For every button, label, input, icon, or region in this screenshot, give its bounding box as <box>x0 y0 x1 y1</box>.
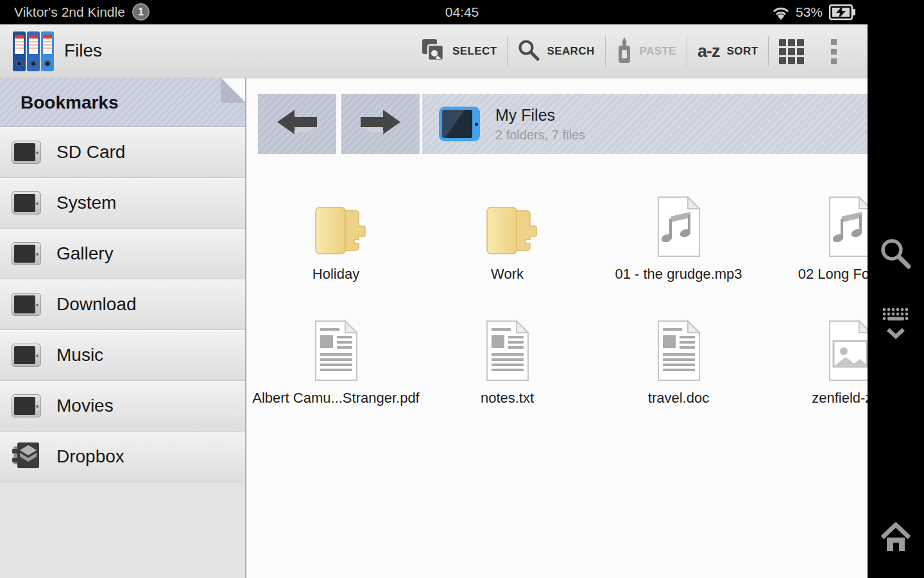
blue-tablet-icon <box>439 107 480 141</box>
sort-button[interactable]: a-z SORT <box>687 24 768 78</box>
az-sort-icon: a-z <box>697 42 720 62</box>
sidebar-item-label: Movies <box>56 396 114 416</box>
grid-view-icon <box>779 39 804 64</box>
sidebar-item-label: Dropbox <box>56 446 124 467</box>
tablet-icon <box>12 344 41 367</box>
multi-select-icon <box>421 38 445 65</box>
document-file-icon <box>311 318 362 382</box>
tablet-icon <box>12 394 41 417</box>
file-item-folder[interactable]: Holiday <box>250 181 422 305</box>
forward-button[interactable] <box>341 94 420 154</box>
file-name: travel.doc <box>648 390 709 407</box>
arrow-left-icon <box>275 108 320 140</box>
binder <box>41 31 54 71</box>
binder <box>27 31 40 71</box>
binder <box>13 31 26 71</box>
file-item-document[interactable]: Albert Camu...Stranger.pdf <box>250 305 422 429</box>
paste-button[interactable]: PASTE <box>606 24 687 78</box>
screen: Viktor's 2nd Kindle 1 04:45 53% <box>0 0 924 578</box>
file-browser-content: My Files 2 folders, 7 files Holiday <box>246 78 868 578</box>
magnifier-icon <box>518 39 540 64</box>
toolbar: Files SELECT <box>0 24 868 78</box>
file-item-document[interactable]: notes.txt <box>422 305 593 429</box>
folder-icon <box>477 194 538 258</box>
document-file-icon <box>482 318 533 382</box>
back-button[interactable] <box>258 94 336 154</box>
status-bar: Viktor's 2nd Kindle 1 04:45 53% <box>0 0 924 24</box>
sort-label: SORT <box>727 45 758 58</box>
keyboard-hide-icon <box>880 307 911 339</box>
dropbox-icon <box>12 442 41 471</box>
file-name: notes.txt <box>481 390 534 407</box>
wifi-icon <box>771 5 791 23</box>
battery-charging-icon <box>829 4 856 23</box>
file-item-folder[interactable]: Work <box>422 181 593 305</box>
file-item-document[interactable]: travel.doc <box>593 305 764 429</box>
sidebar-item-dropbox[interactable]: Dropbox <box>0 432 245 482</box>
search-button[interactable]: SEARCH <box>508 24 604 78</box>
sidebar-item-download[interactable]: Download <box>0 279 245 330</box>
bookmarks-sidebar: Bookmarks SD Card System Gallery Downloa… <box>0 78 246 578</box>
location-summary: 2 folders, 7 files <box>495 128 585 143</box>
binders-icon <box>13 31 58 71</box>
home-button[interactable] <box>868 521 924 556</box>
bookmarks-header: Bookmarks <box>0 78 245 127</box>
select-button[interactable]: SELECT <box>411 24 507 78</box>
battery-percent: 53% <box>796 4 823 20</box>
file-name: Albert Camu...Stranger.pdf <box>252 390 419 407</box>
sidebar-item-movies[interactable]: Movies <box>0 381 245 432</box>
location-bar[interactable]: My Files 2 folders, 7 files <box>422 94 868 154</box>
toolbar-actions: SELECT SEARCH <box>411 24 853 78</box>
tablet-icon <box>12 191 41 215</box>
magnifier-icon <box>878 236 913 274</box>
app-title: Files <box>64 40 102 61</box>
document-file-icon <box>653 318 705 382</box>
sidebar-item-label: System <box>56 193 116 213</box>
overflow-menu-icon <box>825 39 843 64</box>
system-side-panel <box>868 0 924 578</box>
sidebar-item-sd-card[interactable]: SD Card <box>0 127 245 178</box>
file-item-audio[interactable]: 01 - the grudge.mp3 <box>593 181 764 305</box>
sidebar-item-system[interactable]: System <box>0 178 245 229</box>
home-icon <box>879 521 912 556</box>
glue-bottle-icon <box>616 37 633 66</box>
bookmarks-title: Bookmarks <box>21 92 119 113</box>
overflow-menu-button[interactable] <box>814 24 853 78</box>
file-grid: Holiday Work <box>250 181 924 429</box>
sidebar-item-label: Download <box>56 294 137 315</box>
panel-search-button[interactable] <box>868 236 924 274</box>
hide-keyboard-button[interactable] <box>868 307 924 339</box>
file-name: 01 - the grudge.mp3 <box>615 266 742 283</box>
search-label: SEARCH <box>547 45 594 58</box>
tablet-icon <box>12 242 41 265</box>
sidebar-item-label: Gallery <box>56 243 114 264</box>
view-mode-button[interactable] <box>769 24 814 78</box>
location-title: My Files <box>495 106 585 125</box>
select-label: SELECT <box>452 45 497 58</box>
sidebar-item-music[interactable]: Music <box>0 330 245 381</box>
arrow-right-icon <box>358 108 403 140</box>
file-name: Work <box>491 266 524 283</box>
file-name: Holiday <box>312 266 359 283</box>
folder-icon <box>305 194 367 258</box>
music-file-icon <box>653 194 705 258</box>
sidebar-item-gallery[interactable]: Gallery <box>0 229 245 279</box>
sidebar-item-label: SD Card <box>56 142 125 162</box>
tablet-icon <box>12 293 41 316</box>
sidebar-item-label: Music <box>56 345 103 365</box>
tablet-icon <box>12 141 41 164</box>
paste-label: PASTE <box>640 45 676 58</box>
